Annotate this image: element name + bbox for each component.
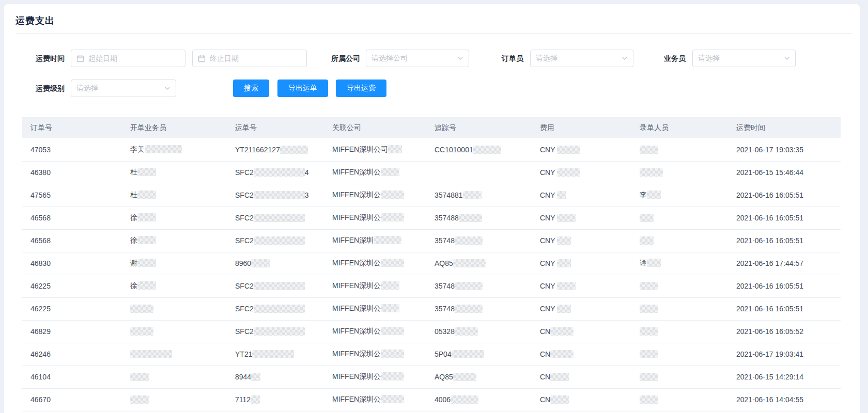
redacted-text bbox=[251, 373, 260, 381]
table-row: 461048944MIFFEN深圳公AQ85CN2021-06-15 14:29… bbox=[22, 366, 841, 388]
company-select-value: 请选择公司 bbox=[371, 54, 408, 63]
cell-company: MIFFEN深圳公 bbox=[324, 388, 426, 411]
cell-order-no: 46568 bbox=[22, 206, 122, 229]
table-row: 46246YT21MIFFEN深圳公5P04CN2021-06-17 19:03… bbox=[22, 343, 841, 366]
cell-company: MIFFEN深圳公司 bbox=[324, 138, 426, 161]
redacted-text bbox=[381, 168, 399, 176]
cell-time: 2021-06-16 17:44:57 bbox=[728, 252, 841, 275]
redacted-text bbox=[381, 213, 404, 221]
redacted-text bbox=[557, 214, 576, 222]
cell-fee: CNY bbox=[532, 206, 631, 229]
cell-company: MIFFEN深圳公 bbox=[324, 252, 426, 275]
chevron-down-icon bbox=[164, 85, 171, 91]
cell-clerk bbox=[631, 388, 728, 411]
cell-order-no: 46104 bbox=[22, 366, 122, 388]
redacted-text bbox=[557, 259, 571, 267]
redacted-text bbox=[137, 190, 156, 199]
chevron-down-icon bbox=[457, 55, 463, 61]
cell-waybill: 8944 bbox=[227, 366, 324, 388]
cell-fee: CNY bbox=[532, 161, 631, 184]
cell-company: MIFFEN深圳公 bbox=[324, 184, 426, 206]
redacted-text bbox=[640, 373, 658, 381]
divider bbox=[16, 33, 853, 34]
cell-waybill: SFC2 bbox=[227, 320, 324, 343]
col-clerk: 录单人员 bbox=[631, 117, 728, 138]
cell-clerk bbox=[631, 275, 728, 297]
cell-salesman: 徐 bbox=[122, 206, 227, 229]
cell-salesman: 徐 bbox=[122, 229, 227, 252]
cell-salesman: 杜 bbox=[122, 184, 227, 206]
order-clerk-select[interactable]: 请选择 bbox=[530, 50, 633, 67]
redacted-text bbox=[381, 327, 404, 335]
table-row: 47053李美YT211662127MIFFEN深圳公司CC1010001CNY… bbox=[22, 138, 841, 161]
freight-level-select[interactable]: 请选择 bbox=[71, 80, 176, 97]
cell-waybill: SFC23 bbox=[227, 184, 324, 206]
redacted-text bbox=[388, 145, 402, 153]
start-date-input[interactable] bbox=[71, 50, 185, 67]
cell-fee: CNY bbox=[532, 297, 631, 320]
cell-clerk: 李 bbox=[631, 184, 728, 206]
cell-order-no: 46830 bbox=[22, 252, 122, 275]
redacted-text bbox=[381, 372, 404, 380]
table-row: 46225徐SFC2MIFFEN深圳公35748CNY 2021-06-16 1… bbox=[22, 275, 841, 297]
end-date-input[interactable] bbox=[192, 50, 307, 67]
redacted-text bbox=[374, 236, 401, 244]
cell-waybill: YT21 bbox=[227, 343, 324, 366]
redacted-text bbox=[130, 305, 153, 313]
redacted-text bbox=[280, 146, 308, 154]
redacted-text bbox=[453, 373, 476, 381]
cell-tracking: CC1010001 bbox=[426, 138, 532, 161]
redacted-text bbox=[254, 191, 305, 199]
redacted-text bbox=[455, 327, 478, 336]
redacted-text bbox=[254, 214, 305, 222]
cell-time: 2021-06-16 16:05:51 bbox=[728, 206, 841, 229]
table-row: 46830谢8960MIFFEN深圳公AQ85CNY 谭2021-06-16 1… bbox=[22, 252, 841, 275]
cell-company: MIFFEN深圳公 bbox=[324, 297, 426, 320]
redacted-text bbox=[557, 146, 580, 154]
table-row: 46225SFC2MIFFEN深圳公35748CNY 2021-06-16 16… bbox=[22, 297, 841, 320]
cell-fee: CNY bbox=[532, 184, 631, 206]
col-fee: 费用 bbox=[532, 117, 631, 138]
redacted-text bbox=[640, 236, 654, 245]
cell-time: 2021-06-17 19:03:41 bbox=[728, 343, 841, 366]
salesman-select[interactable]: 请选择 bbox=[692, 50, 796, 67]
cell-order-no: 46670 bbox=[22, 388, 122, 411]
redacted-text bbox=[557, 236, 571, 245]
redacted-text bbox=[254, 236, 305, 245]
export-freight-button[interactable]: 导出运费 bbox=[336, 80, 386, 97]
redacted-text bbox=[251, 259, 270, 267]
cell-tracking: 35748 bbox=[426, 297, 532, 320]
cell-order-no: 47565 bbox=[22, 184, 122, 206]
cell-clerk: 谭 bbox=[631, 252, 728, 275]
redacted-text bbox=[550, 373, 569, 381]
redacted-text bbox=[130, 350, 172, 358]
cell-tracking bbox=[426, 161, 532, 184]
redacted-text bbox=[451, 395, 478, 404]
redacted-text bbox=[252, 350, 294, 358]
redacted-text bbox=[137, 259, 156, 267]
cell-time: 2021-06-16 16:05:52 bbox=[728, 320, 841, 343]
cell-clerk bbox=[631, 297, 728, 320]
end-date-field[interactable] bbox=[210, 54, 301, 62]
cell-order-no: 46225 bbox=[22, 297, 122, 320]
col-company: 关联公司 bbox=[324, 117, 426, 138]
redacted-text bbox=[453, 259, 486, 267]
table-row: 47565杜SFC23MIFFEN深圳公3574881CNY 李2021-06-… bbox=[22, 184, 841, 206]
table-row: 46568徐SFC2MIFFEN深圳公357488CNY 2021-06-16 … bbox=[22, 206, 841, 229]
company-select[interactable]: 请选择公司 bbox=[366, 50, 469, 67]
cell-tracking: 4006 bbox=[426, 388, 532, 411]
redacted-text bbox=[130, 395, 149, 404]
cell-company: MIFFEN深圳公 bbox=[324, 320, 426, 343]
redacted-text bbox=[557, 282, 576, 290]
cell-company: MIFFEN深圳公 bbox=[324, 206, 426, 229]
cell-fee: CNY bbox=[532, 275, 631, 297]
redacted-text bbox=[452, 350, 484, 358]
export-waybill-button[interactable]: 导出运单 bbox=[277, 80, 328, 97]
cell-time: 2021-06-17 19:03:35 bbox=[728, 138, 841, 161]
redacted-text bbox=[463, 191, 482, 199]
cell-tracking: 05328 bbox=[426, 320, 532, 343]
cell-waybill: SFC2 bbox=[227, 297, 324, 320]
calendar-icon bbox=[198, 55, 206, 62]
start-date-field[interactable] bbox=[88, 54, 180, 62]
search-button[interactable]: 搜索 bbox=[233, 80, 269, 97]
